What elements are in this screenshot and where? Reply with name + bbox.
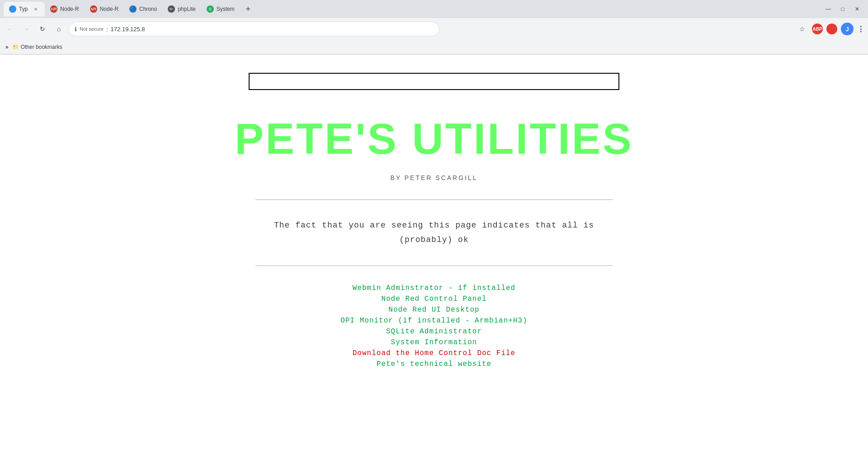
back-button[interactable]: ← xyxy=(4,23,16,35)
tab-phplite[interactable]: ✏ phpLite xyxy=(162,2,201,16)
page-search-input[interactable] xyxy=(249,73,619,90)
new-tab-button[interactable]: + xyxy=(242,3,255,15)
minimize-button[interactable]: — xyxy=(825,5,832,13)
link-homecontrol[interactable]: Download the Home Control Doc File xyxy=(353,349,515,357)
maximize-button[interactable]: □ xyxy=(839,5,846,13)
link-node-red-ui[interactable]: Node Red UI Desktop xyxy=(388,306,479,314)
page-description: The fact that you are seeing this page i… xyxy=(274,218,594,247)
tab-typ[interactable]: 🌐 Typ ✕ xyxy=(4,2,45,16)
more-options-button[interactable]: ⋮ xyxy=(857,25,864,33)
other-bookmarks-folder[interactable]: 📁 Other bookmarks xyxy=(12,44,62,50)
link-webmin[interactable]: Webmin Adminstrator - if installed xyxy=(353,284,515,292)
tab-label-node1: Node-R xyxy=(60,6,79,12)
links-section: Webmin Adminstrator - if installed Node … xyxy=(340,284,527,368)
window-controls: — □ ✕ xyxy=(825,5,864,13)
tab-chrono[interactable]: 🔵 Chrono xyxy=(124,2,162,16)
adblock-icon[interactable]: ABP xyxy=(812,24,823,34)
extension-icon[interactable] xyxy=(826,24,837,34)
link-sqlite[interactable]: SQLite Administrator xyxy=(386,327,482,336)
page-content: PETE'S UTILITIES by PETER SCARGILL The f… xyxy=(0,55,868,462)
page-subtitle: by PETER SCARGILL xyxy=(390,174,477,181)
address-bar[interactable]: ℹ Not secure | 172.19.125.8 xyxy=(69,22,439,36)
tab-system[interactable]: S System xyxy=(201,2,240,16)
description-line2: (probably) ok xyxy=(399,235,468,244)
page-title: PETE'S UTILITIES xyxy=(235,117,633,161)
tab-label-typ: Typ xyxy=(19,6,28,12)
browser-chrome: 🌐 Typ ✕ NR Node-R NR Node-R 🔵 Chrono ✏ p… xyxy=(0,0,868,55)
tab-favicon-system: S xyxy=(207,5,214,13)
tab-favicon-typ: 🌐 xyxy=(9,5,16,13)
folder-icon: 📁 xyxy=(12,44,19,50)
address-separator: | xyxy=(106,26,108,33)
address-url: 172.19.125.8 xyxy=(111,26,145,33)
secure-label: Not secure xyxy=(80,26,104,32)
divider-top xyxy=(255,199,613,200)
tab-favicon-chrono: 🔵 xyxy=(129,5,137,13)
star-button[interactable]: ☆ xyxy=(796,23,808,35)
lock-icon: ℹ xyxy=(75,26,77,33)
link-node-red-cp[interactable]: Node Red Control Panel xyxy=(381,295,486,303)
tab-label-system: System xyxy=(217,6,235,12)
refresh-button[interactable]: ↻ xyxy=(36,23,49,35)
address-bar-row: ← → ↻ ⌂ ℹ Not secure | 172.19.125.8 ☆ AB… xyxy=(0,18,868,40)
tab-node2[interactable]: NR Node-R xyxy=(85,2,124,16)
description-line1: The fact that you are seeing this page i… xyxy=(274,221,594,230)
divider-bottom xyxy=(255,266,613,266)
toolbar-right: ☆ ABP J ⋮ xyxy=(796,23,864,35)
link-opi-monitor[interactable]: OPI Monitor (if installed - Armbian+H3) xyxy=(340,317,527,325)
tab-favicon-node1: NR xyxy=(50,5,57,13)
tab-favicon-phplite: ✏ xyxy=(168,5,175,13)
home-button[interactable]: ⌂ xyxy=(52,23,65,35)
bookmark-separator: » xyxy=(5,44,9,50)
tab-label-chrono: Chrono xyxy=(139,6,157,12)
tab-node1[interactable]: NR Node-R xyxy=(45,2,84,16)
tab-label-phplite: phpLite xyxy=(178,6,195,12)
tab-close-typ[interactable]: ✕ xyxy=(32,5,39,13)
link-sysinfo[interactable]: System Information xyxy=(391,338,477,346)
tab-favicon-node2: NR xyxy=(90,5,97,13)
avatar-button[interactable]: J xyxy=(841,23,854,35)
folder-label: Other bookmarks xyxy=(21,44,62,50)
close-window-button[interactable]: ✕ xyxy=(854,5,861,13)
tab-label-node2: Node-R xyxy=(100,6,118,12)
link-techsite[interactable]: Pete's technical website xyxy=(377,360,491,368)
tab-bar: 🌐 Typ ✕ NR Node-R NR Node-R 🔵 Chrono ✏ p… xyxy=(0,0,868,18)
forward-button[interactable]: → xyxy=(20,23,33,35)
bookmark-bar: » 📁 Other bookmarks xyxy=(0,40,868,54)
